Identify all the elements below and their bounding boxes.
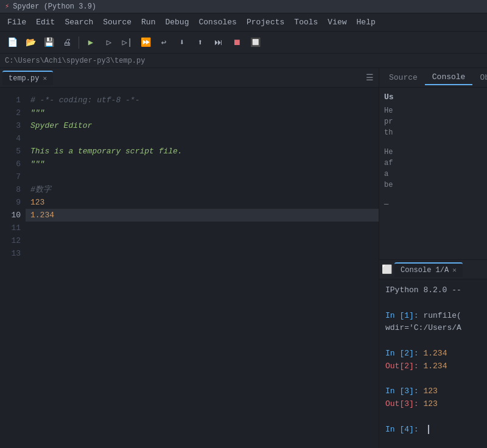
help-area: Us Heprth Heafabe — bbox=[379, 88, 487, 259]
console-blank-1 bbox=[385, 297, 481, 310]
step-out-button[interactable]: ⬆ bbox=[192, 34, 209, 51]
console-blank-3 bbox=[385, 373, 481, 386]
menu-projects[interactable]: Projects bbox=[242, 15, 289, 29]
console-in-3: In [3]: 123 bbox=[385, 385, 481, 398]
tab-console[interactable]: Console bbox=[425, 70, 473, 85]
run-cell-advance-button[interactable]: ▷| bbox=[119, 34, 136, 51]
console-blank-4 bbox=[385, 411, 481, 424]
run-cell-button[interactable]: ▷ bbox=[100, 34, 117, 51]
line-num-1: 1 bbox=[0, 94, 21, 107]
menu-bar: File Edit Search Source Run Debug Consol… bbox=[0, 13, 487, 32]
toolbar: 📄 📂 💾 🖨 ▶ ▷ ▷| ⏩ ↩ ⬇ ⬆ ⏭ ⏹ 🔲 bbox=[0, 32, 487, 54]
code-line-5: This is a temporary script file. bbox=[30, 145, 379, 158]
new-file-button[interactable]: 📄 bbox=[4, 34, 21, 51]
right-panel-tabs: Source Console Object bbox=[379, 68, 487, 88]
line-num-13: 13 bbox=[0, 247, 21, 260]
console-out-3: Out[3]: 123 bbox=[385, 398, 481, 411]
code-line-11 bbox=[30, 222, 379, 234]
console-in-4: In [4]: bbox=[385, 424, 481, 436]
code-line-8: #数字 bbox=[30, 183, 379, 196]
menu-tools[interactable]: Tools bbox=[289, 15, 323, 29]
tab-label: temp.py bbox=[9, 74, 39, 83]
menu-consoles[interactable]: Consoles bbox=[194, 15, 241, 29]
line-num-4: 4 bbox=[0, 132, 21, 145]
console-panel-icon[interactable]: ⬜ bbox=[382, 264, 392, 275]
console-in-2: In [2]: 1.234 bbox=[385, 348, 481, 360]
continue-button[interactable]: ⏭ bbox=[210, 34, 227, 51]
console-in-1-cont: wdir='C:/Users/A bbox=[385, 322, 481, 335]
tab-close-icon[interactable]: ✕ bbox=[43, 74, 47, 82]
code-line-10: 1.234 bbox=[26, 209, 379, 222]
current-path: C:\Users\Achi\spyder-py3\temp.py bbox=[5, 57, 145, 65]
tab-menu-button[interactable]: ☰ bbox=[363, 72, 376, 83]
code-line-9: 123 bbox=[30, 196, 379, 209]
step-into-button[interactable]: ⬇ bbox=[173, 34, 191, 51]
code-line-6: """ bbox=[30, 158, 379, 170]
path-bar: C:\Users\Achi\spyder-py3\temp.py bbox=[0, 54, 487, 68]
code-line-4 bbox=[30, 132, 379, 145]
code-line-2: """ bbox=[30, 107, 379, 119]
maximize-button[interactable]: 🔲 bbox=[247, 34, 264, 51]
console-blank-2 bbox=[385, 335, 481, 348]
line-num-10: 10 bbox=[0, 209, 21, 222]
console-content[interactable]: IPython 8.2.0 -- In [1]: runfile( wdir='… bbox=[379, 279, 487, 448]
menu-help[interactable]: Help bbox=[352, 15, 380, 29]
menu-file[interactable]: File bbox=[2, 15, 31, 29]
line-numbers: 1 2 3 4 5 6 7 8 9 10 11 12 13 bbox=[0, 88, 26, 448]
console-header: IPython 8.2.0 -- bbox=[385, 284, 481, 297]
line-num-11: 11 bbox=[0, 222, 21, 234]
main-layout: temp.py ✕ ☰ 1 2 3 4 5 6 7 8 9 10 11 12 1… bbox=[0, 68, 487, 448]
title-bar: ⚡ Spyder (Python 3.9) bbox=[0, 0, 487, 13]
app-title: Spyder (Python 3.9) bbox=[13, 2, 96, 11]
console-in-1: In [1]: runfile( bbox=[385, 310, 481, 323]
editor-tab-bar: temp.py ✕ ☰ bbox=[0, 68, 379, 88]
code-content[interactable]: # -*- coding: utf-8 -*- """ Spyder Edito… bbox=[26, 88, 379, 448]
right-panel: Source Console Object Us Heprth Heafabe … bbox=[379, 68, 487, 448]
line-num-7: 7 bbox=[0, 170, 21, 183]
editor-tab-temp-py[interactable]: temp.py ✕ bbox=[2, 71, 53, 85]
tab-object[interactable]: Object bbox=[472, 71, 487, 85]
line-num-3: 3 bbox=[0, 119, 21, 132]
menu-source[interactable]: Source bbox=[98, 15, 136, 29]
console-area: ⬜ Console 1/A ✕ IPython 8.2.0 -- In [1]:… bbox=[379, 259, 487, 448]
code-line-3: Spyder Editor bbox=[30, 119, 379, 132]
help-paragraph-2: Heafabe bbox=[384, 147, 482, 191]
run-button[interactable]: ▶ bbox=[82, 34, 99, 51]
debug-button[interactable]: ⏩ bbox=[137, 34, 154, 51]
tab-source[interactable]: Source bbox=[382, 71, 425, 85]
help-paragraph-1: Heprth bbox=[384, 105, 482, 138]
code-line-7 bbox=[30, 170, 379, 183]
open-file-button[interactable]: 📂 bbox=[22, 34, 39, 51]
app-icon: ⚡ bbox=[5, 2, 9, 11]
code-line-1: # -*- coding: utf-8 -*- bbox=[30, 94, 379, 107]
line-num-8: 8 bbox=[0, 183, 21, 196]
line-num-2: 2 bbox=[0, 107, 21, 119]
step-button[interactable]: ↩ bbox=[155, 34, 172, 51]
console-tab-1[interactable]: Console 1/A ✕ bbox=[394, 262, 463, 277]
editor-panel: temp.py ✕ ☰ 1 2 3 4 5 6 7 8 9 10 11 12 1… bbox=[0, 68, 379, 448]
code-line-13 bbox=[30, 247, 379, 260]
console-out-2: Out[2]: 1.234 bbox=[385, 360, 481, 373]
menu-edit[interactable]: Edit bbox=[31, 15, 60, 29]
help-divider: — bbox=[384, 199, 482, 210]
menu-debug[interactable]: Debug bbox=[160, 15, 194, 29]
toolbar-separator-1 bbox=[79, 37, 79, 49]
code-line-12 bbox=[30, 234, 379, 247]
save-button[interactable]: 💾 bbox=[40, 34, 57, 51]
console-tab-bar: ⬜ Console 1/A ✕ bbox=[379, 260, 487, 279]
menu-search[interactable]: Search bbox=[60, 15, 98, 29]
line-num-9: 9 bbox=[0, 196, 21, 209]
menu-run[interactable]: Run bbox=[136, 15, 160, 29]
line-num-12: 12 bbox=[0, 234, 21, 247]
stop-button[interactable]: ⏹ bbox=[228, 34, 245, 51]
save-all-button[interactable]: 🖨 bbox=[58, 34, 75, 51]
line-num-5: 5 bbox=[0, 145, 21, 158]
line-num-6: 6 bbox=[0, 158, 21, 170]
menu-view[interactable]: View bbox=[323, 15, 351, 29]
console-tab-close-icon[interactable]: ✕ bbox=[452, 266, 457, 274]
help-title: Us bbox=[384, 93, 482, 102]
code-area: 1 2 3 4 5 6 7 8 9 10 11 12 13 # -*- codi… bbox=[0, 88, 379, 448]
console-tab-label: Console 1/A bbox=[401, 266, 449, 275]
